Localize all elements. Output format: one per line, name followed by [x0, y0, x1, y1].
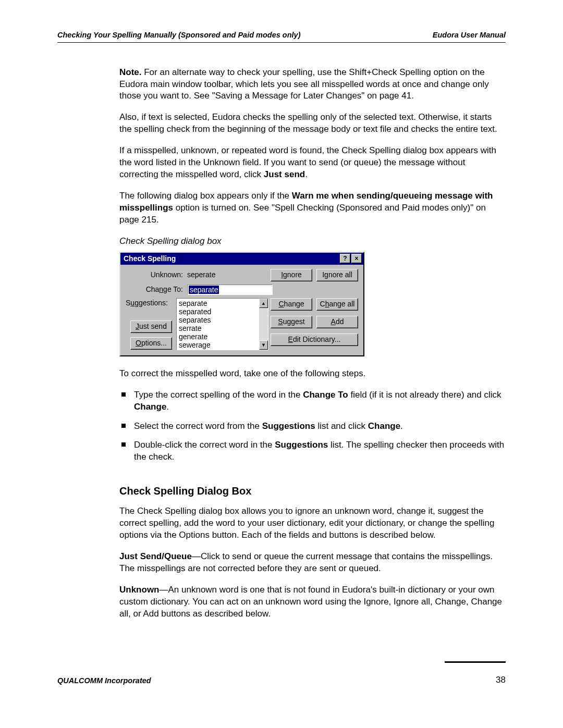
options-button[interactable]: Options...	[130, 337, 172, 350]
ignore-all-button[interactable]: Ignore all	[316, 269, 358, 281]
note-paragraph: Note. For an alternate way to check your…	[119, 67, 506, 103]
just-send-button[interactable]: Just send	[130, 320, 172, 333]
list-item[interactable]: separate	[179, 299, 256, 307]
page-footer: QUALCOMM Incorporated 38	[57, 661, 506, 686]
header-left: Checking Your Spelling Manually (Sponsor…	[57, 30, 301, 41]
paragraph-3: If a misspelled, unknown, or repeated wo…	[119, 145, 506, 181]
change-all-button[interactable]: Change all	[316, 298, 358, 311]
suggest-button[interactable]: Suggest	[271, 316, 312, 328]
suggestions-listbox[interactable]: separate separated separates serrate gen…	[176, 298, 259, 350]
page-header: Checking Your Spelling Manually (Sponsor…	[57, 30, 506, 43]
list-item[interactable]: serrate	[179, 324, 256, 332]
paragraph-5: The Check Spelling dialog box allows you…	[119, 505, 506, 541]
edit-dictionary-button[interactable]: Edit Dictionary...	[271, 334, 358, 346]
add-button[interactable]: Add	[316, 316, 358, 328]
scrollbar[interactable]: ▲ ▼	[259, 298, 268, 350]
list-item: Type the correct spelling of the word in…	[129, 389, 506, 413]
after-dialog-text: To correct the misspelled word, take one…	[119, 368, 506, 380]
page-number: 38	[496, 674, 506, 686]
paragraph-2: Also, if text is selected, Eudora checks…	[119, 112, 506, 135]
unknown-value: seperate	[187, 270, 271, 280]
dialog-titlebar: Check Spelling ? ×	[120, 253, 363, 265]
list-item[interactable]: separates	[179, 316, 256, 324]
header-right: Eudora User Manual	[433, 30, 506, 41]
change-to-label: Change To:	[126, 285, 187, 294]
close-icon[interactable]: ×	[351, 254, 362, 263]
list-item[interactable]: sewerage	[179, 341, 256, 349]
paragraph-7: Unknown—An unknown word is one that is n…	[119, 584, 506, 620]
paragraph-6: Just Send/Queue—Click to send or queue t…	[119, 551, 506, 575]
paragraph-4: The following dialog box appears only if…	[119, 190, 506, 226]
suggestions-label: Suggestions:	[126, 298, 172, 308]
scroll-up-icon[interactable]: ▲	[259, 299, 268, 308]
list-item[interactable]: separated	[179, 307, 256, 316]
unknown-label: Unknown:	[126, 270, 187, 280]
change-to-input[interactable]: separate	[187, 285, 273, 295]
dialog-title: Check Spelling	[124, 254, 176, 264]
footer-company: QUALCOMM Incorporated	[57, 676, 151, 686]
check-spelling-dialog: Check Spelling ? × Unknown: seperate Ign…	[119, 252, 364, 356]
section-heading: Check Spelling Dialog Box	[119, 484, 506, 498]
list-item: Select the correct word from the Suggest…	[129, 421, 506, 433]
list-item[interactable]: generate	[179, 332, 256, 341]
dialog-caption: Check Spelling dialog box	[119, 236, 506, 248]
help-icon[interactable]: ?	[340, 254, 350, 263]
list-item: Double-click the correct word in the Sug…	[129, 439, 506, 463]
ignore-button[interactable]: Ignore	[271, 269, 312, 281]
change-button[interactable]: Change	[271, 298, 312, 311]
scroll-down-icon[interactable]: ▼	[259, 340, 268, 350]
